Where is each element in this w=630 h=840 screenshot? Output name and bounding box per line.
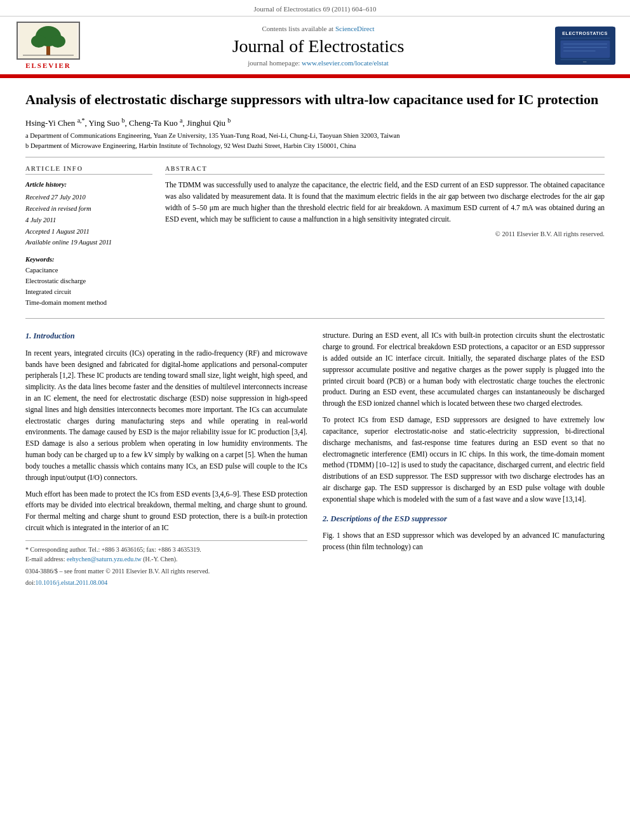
email-author: (H.-Y. Chen). — [143, 556, 177, 563]
email-label: E-mail address: — [25, 556, 65, 563]
electrostatics-cover-svg: ELECTROSTATICS — — [558, 25, 613, 66]
section1-para2: Much effort has been made to protect the… — [25, 489, 307, 534]
divider-2 — [25, 318, 605, 319]
revised-date: 4 July 2011 — [25, 215, 152, 226]
section2-para1: Fig. 1 shows that an ESD suppressor whic… — [323, 530, 605, 553]
svg-point-3 — [31, 35, 46, 48]
doi-line: doi:10.1016/j.elstat.2011.08.004 — [25, 578, 307, 587]
abstract-label: ABSTRACT — [165, 165, 605, 175]
journal-header: ELSEVIER Contents lists available at Sci… — [0, 17, 630, 76]
affiliation-a: a Department of Communications Engineeri… — [25, 131, 605, 141]
elsevier-label: ELSEVIER — [25, 62, 71, 69]
svg-point-4 — [50, 35, 65, 48]
divider-1 — [25, 157, 605, 157]
email-line: E-mail address: eehychen@saturn.yzu.edu.… — [25, 554, 307, 564]
svg-rect-9 — [560, 41, 610, 58]
accepted-date: Accepted 1 August 2011 — [25, 227, 152, 237]
keywords-block: Keywords: Capacitance Electrostatic disc… — [25, 256, 152, 308]
section2-title: Descriptions of the ESD suppressor — [331, 514, 447, 523]
body-col-right: structure. During an ESD event, all ICs … — [323, 330, 605, 587]
homepage-line: journal homepage: www.elsevier.com/locat… — [86, 59, 550, 67]
elsevier-logo-left: ELSEVIER — [10, 22, 86, 69]
keyword-2: Electrostatic discharge — [25, 276, 152, 287]
email-link[interactable]: eehychen@saturn.yzu.edu.tw — [67, 556, 142, 563]
footnote-area: * Corresponding author. Tel.: +886 3 463… — [25, 540, 307, 587]
homepage-link[interactable]: www.elsevier.com/locate/elstat — [302, 59, 389, 67]
journal-reference: Journal of Electrostatics 69 (2011) 604–… — [254, 5, 377, 13]
affiliation-b: b Department of Microwave Engineering, H… — [25, 141, 605, 151]
article-history: Article history: Received 27 July 2010 R… — [25, 180, 152, 248]
elsevier-tree-svg — [20, 23, 77, 58]
body-section: 1. Introduction In recent years, integra… — [25, 330, 605, 587]
corresponding-author-note: * Corresponding author. Tel.: +886 3 463… — [25, 545, 307, 554]
info-abstract-section: ARTICLE INFO Article history: Received 2… — [25, 165, 605, 308]
affiliations: a Department of Communications Engineeri… — [25, 131, 605, 151]
revised-label: Received in revised form — [25, 204, 152, 215]
section2-heading: 2. Descriptions of the ESD suppressor — [323, 513, 605, 525]
top-banner: Journal of Electrostatics 69 (2011) 604–… — [0, 0, 630, 17]
article-info-label: ARTICLE INFO — [25, 165, 152, 175]
author-1: Hsing-Yi Chen a,*, Ying Suo b, Cheng-Ta … — [25, 118, 231, 128]
received-date: Received 27 July 2010 — [25, 192, 152, 203]
history-heading: Article history: — [25, 180, 152, 190]
abstract-text: The TDMM was successfully used to analyz… — [165, 180, 605, 225]
electrostatics-cover: ELECTROSTATICS — — [555, 27, 615, 65]
body-two-col: 1. Introduction In recent years, integra… — [25, 330, 605, 587]
sciencedirect-link[interactable]: ScienceDirect — [335, 25, 375, 32]
svg-rect-1 — [46, 46, 50, 55]
section1-right-para1: structure. During an ESD event, all ICs … — [323, 330, 605, 410]
svg-text:ELECTROSTATICS: ELECTROSTATICS — [562, 30, 608, 36]
authors-line: Hsing-Yi Chen a,*, Ying Suo b, Cheng-Ta … — [25, 117, 605, 128]
page-wrapper: Journal of Electrostatics 69 (2011) 604–… — [0, 0, 630, 600]
section1-right-para2: To protect ICs from ESD damage, ESD supp… — [323, 415, 605, 505]
section1-para1: In recent years, integrated circuits (IC… — [25, 348, 307, 484]
abstract-column: ABSTRACT The TDMM was successfully used … — [165, 165, 605, 308]
elsevier-tree-box — [17, 22, 80, 60]
keywords-heading: Keywords: — [25, 256, 152, 263]
section1-title: Introduction — [34, 331, 75, 340]
doi-link[interactable]: 10.1016/j.elstat.2011.08.004 — [36, 579, 108, 586]
journal-center-info: Contents lists available at ScienceDirec… — [86, 25, 550, 67]
electrostatics-logo-right: ELECTROSTATICS — — [550, 27, 620, 65]
journal-title: Journal of Electrostatics — [86, 36, 550, 57]
keyword-3: Integrated circuit — [25, 287, 152, 298]
section2-number: 2. — [323, 514, 328, 523]
article-content: Analysis of electrostatic discharge supp… — [0, 78, 630, 600]
copyright-line: © 2011 Elsevier B.V. All rights reserved… — [165, 230, 605, 237]
keyword-1: Capacitance — [25, 265, 152, 276]
keyword-4: Time-domain moment method — [25, 298, 152, 309]
body-col-left: 1. Introduction In recent years, integra… — [25, 330, 307, 587]
section1-number: 1. — [25, 331, 31, 340]
copyright-footer: 0304-3886/$ – see front matter © 2011 El… — [25, 566, 307, 576]
svg-text:—: — — [583, 60, 587, 63]
section1-heading: 1. Introduction — [25, 330, 307, 342]
article-title: Analysis of electrostatic discharge supp… — [25, 91, 605, 109]
contents-line: Contents lists available at ScienceDirec… — [86, 25, 550, 32]
available-date: Available online 19 August 2011 — [25, 237, 152, 248]
article-info-column: ARTICLE INFO Article history: Received 2… — [25, 165, 152, 308]
